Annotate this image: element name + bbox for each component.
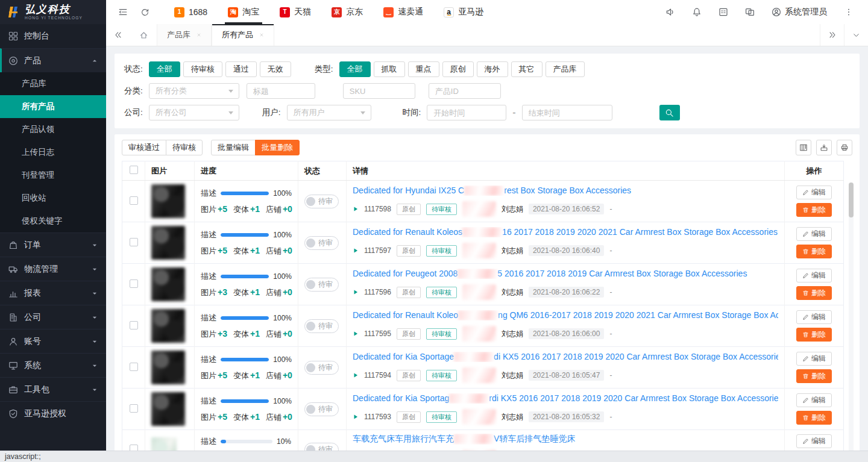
refresh-icon[interactable] <box>134 0 156 24</box>
marketplace-tab-amazon[interactable]: a亚马逊 <box>433 0 494 24</box>
sku-input[interactable] <box>343 83 415 99</box>
notification-bell-icon[interactable] <box>684 0 710 24</box>
sidebar-item-logistics[interactable]: 物流管理 <box>0 257 106 281</box>
columns-setting-icon[interactable] <box>796 140 811 155</box>
set-pending-button[interactable]: 待审核 <box>166 140 203 155</box>
product-title-link[interactable]: Dedicated for Kia Sportagrdi KX5 2016 20… <box>353 393 778 404</box>
play-icon[interactable] <box>353 206 359 212</box>
kebab-menu-icon[interactable] <box>835 0 862 24</box>
filter-chip[interactable]: 重点 <box>408 61 439 77</box>
sidebar-item-company[interactable]: 公司 <box>0 305 106 329</box>
product-thumbnail[interactable] <box>151 184 185 218</box>
user-menu[interactable]: 系统管理员 <box>763 7 835 17</box>
row-checkbox[interactable] <box>130 445 138 451</box>
edit-button[interactable]: 编辑 <box>796 352 832 366</box>
filter-chip[interactable]: 待审核 <box>183 61 222 77</box>
play-icon[interactable] <box>353 372 359 378</box>
delete-button[interactable]: 删除 <box>796 411 832 425</box>
table-scrollbar-thumb[interactable] <box>849 183 854 217</box>
product-thumbnail[interactable] <box>151 226 185 260</box>
export-icon[interactable] <box>816 140 832 155</box>
filter-chip[interactable]: 产品库 <box>546 61 585 77</box>
filter-chip[interactable]: 海外 <box>477 61 508 77</box>
audit-switch[interactable]: 待审 <box>304 278 339 292</box>
sidebar-item-dashboard[interactable]: 控制台 <box>0 24 106 48</box>
product-thumbnail[interactable] <box>151 392 185 426</box>
page-tab[interactable]: 产品库 <box>157 24 212 46</box>
table-scrollbar[interactable] <box>849 183 854 451</box>
select-all-checkbox[interactable] <box>130 166 138 174</box>
category-select[interactable]: 所有分类 <box>149 83 239 99</box>
marketplace-tab-1688[interactable]: 11688 <box>164 0 218 24</box>
product-title-link[interactable]: Dedicated for Renault Koleong QM6 2016-2… <box>353 310 778 320</box>
delete-button[interactable]: 删除 <box>796 286 832 300</box>
print-icon[interactable] <box>837 140 852 155</box>
sidebar-subitem[interactable]: 上传日志 <box>0 141 106 164</box>
announcement-icon[interactable] <box>657 0 684 24</box>
sidebar-item-report[interactable]: 报表 <box>0 281 106 305</box>
close-tab-icon[interactable] <box>259 33 264 37</box>
sidebar-subitem[interactable]: 侵权关键字 <box>0 210 106 233</box>
sidebar-item-toolkit[interactable]: 工具包 <box>0 377 106 401</box>
close-tab-icon[interactable] <box>197 33 201 37</box>
audit-switch[interactable]: 待审 <box>304 361 339 375</box>
play-icon[interactable] <box>353 248 359 254</box>
edit-button[interactable]: 编辑 <box>796 434 832 448</box>
marketplace-tab-tmall[interactable]: T天猫 <box>269 0 321 24</box>
scroll-tabs-left-icon[interactable] <box>106 24 130 46</box>
edit-button[interactable]: 编辑 <box>796 310 832 324</box>
marketplace-tab-taobao[interactable]: 淘淘宝 <box>218 0 269 24</box>
play-icon[interactable] <box>353 414 359 420</box>
filter-chip[interactable]: 抓取 <box>374 61 405 77</box>
start-time-input[interactable] <box>427 105 506 120</box>
product-title-link[interactable]: Dedicated for Peugeot 20085 2016 2017 20… <box>353 269 778 279</box>
company-select[interactable]: 所有公司 <box>149 105 239 120</box>
marketplace-tab-jd[interactable]: 京京东 <box>321 0 373 24</box>
title-input[interactable] <box>247 83 315 99</box>
delete-button[interactable]: 删除 <box>796 245 832 258</box>
play-icon[interactable] <box>353 331 359 337</box>
row-checkbox[interactable] <box>130 238 138 246</box>
delete-button[interactable]: 删除 <box>796 203 832 217</box>
audit-switch[interactable]: 待审 <box>304 443 339 451</box>
apps-grid-icon[interactable] <box>710 0 737 24</box>
sidebar-subitem[interactable]: 产品库 <box>0 72 106 95</box>
scroll-tabs-right-icon[interactable] <box>820 24 844 46</box>
row-checkbox[interactable] <box>130 196 138 205</box>
audit-switch[interactable]: 待审 <box>304 402 339 416</box>
switch-windows-icon[interactable] <box>737 0 763 24</box>
delete-button[interactable]: 删除 <box>796 328 832 342</box>
page-tab[interactable]: 所有产品 <box>212 24 274 46</box>
product-thumbnail[interactable] <box>151 437 177 451</box>
product-title-link[interactable]: Dedicated for Kia Sportagedi KX5 2016 20… <box>353 352 778 362</box>
edit-button[interactable]: 编辑 <box>796 186 832 199</box>
sidebar-item-system[interactable]: 系统 <box>0 353 106 377</box>
sidebar-subitem[interactable]: 所有产品 <box>0 95 106 118</box>
row-checkbox[interactable] <box>130 404 138 413</box>
end-time-input[interactable] <box>522 105 612 120</box>
sidebar-item-account[interactable]: 账号 <box>0 329 106 353</box>
sidebar-item-order[interactable]: 订单 <box>0 233 106 257</box>
delete-button[interactable]: 删除 <box>796 369 832 383</box>
sidebar-subitem[interactable]: 刊登管理 <box>0 164 106 187</box>
search-button[interactable] <box>659 105 680 120</box>
product-thumbnail[interactable] <box>151 351 185 384</box>
batch-edit-button[interactable]: 批量编辑 <box>211 140 256 155</box>
row-checkbox[interactable] <box>130 363 138 371</box>
product-id-input[interactable] <box>429 83 501 99</box>
audit-switch[interactable]: 待审 <box>304 319 339 333</box>
filter-chip[interactable]: 全部 <box>149 61 180 77</box>
filter-chip[interactable]: 通过 <box>225 61 257 77</box>
marketplace-tab-aliexpress[interactable]: ‿速卖通 <box>373 0 433 24</box>
filter-chip[interactable]: 无效 <box>260 61 291 77</box>
row-checkbox[interactable] <box>130 321 138 329</box>
user-select[interactable]: 所有用户 <box>287 105 371 120</box>
play-icon[interactable] <box>353 289 359 295</box>
menu-fold-icon[interactable] <box>112 0 134 24</box>
filter-chip[interactable]: 原创 <box>442 61 474 77</box>
sidebar-subitem[interactable]: 产品认领 <box>0 118 106 141</box>
sidebar-subitem[interactable]: 回收站 <box>0 187 106 210</box>
product-title-link[interactable]: Dedicated for Hyundai IX25 Crest Box Sto… <box>353 186 778 196</box>
edit-button[interactable]: 编辑 <box>796 269 832 283</box>
edit-button[interactable]: 编辑 <box>796 227 832 241</box>
